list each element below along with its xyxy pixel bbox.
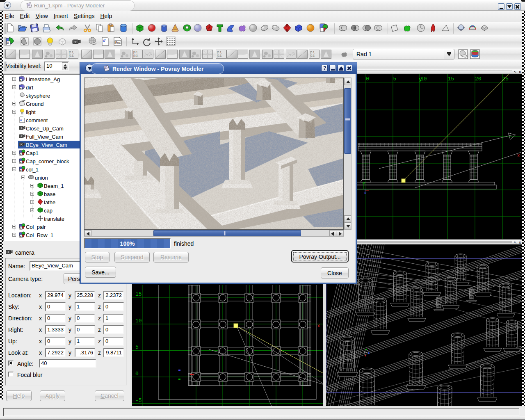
svg-text:15: 15	[448, 76, 454, 82]
svg-text:x: x	[517, 153, 520, 158]
svg-text:x: x	[317, 323, 320, 329]
svg-text:25: 25	[502, 76, 509, 82]
svg-text://: //	[20, 118, 22, 122]
svg-text:10: 10	[135, 318, 142, 324]
svg-text:Pov: Pov	[115, 41, 121, 44]
svg-text:15: 15	[135, 291, 142, 297]
svg-text:y: y	[419, 76, 422, 82]
svg-text:[0.1,: [0.1,	[69, 51, 74, 54]
svg-text:0: 0	[366, 76, 369, 82]
svg-text:5: 5	[135, 344, 139, 350]
svg-text:[0.1,: [0.1,	[133, 51, 139, 54]
svg-text:[0.3,: [0.3,	[310, 54, 315, 57]
svg-text:[0.3,: [0.3,	[133, 54, 139, 57]
svg-text:0: 0	[135, 371, 139, 377]
svg-text:[0.3,: [0.3,	[69, 54, 74, 57]
svg-text:#: #	[7, 41, 9, 45]
svg-text:20: 20	[475, 76, 482, 82]
svg-text:[0.1,: [0.1,	[217, 51, 222, 54]
svg-text:5: 5	[393, 76, 397, 82]
svg-text:-5: -5	[135, 397, 142, 404]
svg-text:[0.3,: [0.3,	[217, 54, 222, 57]
svg-text:[0.1,: [0.1,	[310, 51, 315, 54]
